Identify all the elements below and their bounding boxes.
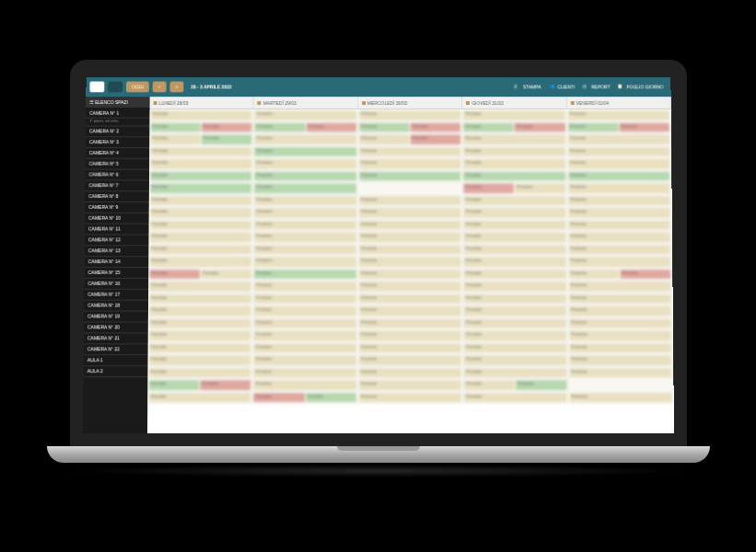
booking-block[interactable]: Prenotato (149, 270, 200, 279)
sidebar-item[interactable]: CAMERA N° 4 (85, 148, 148, 159)
booking-block[interactable]: Prenotato (148, 380, 199, 389)
booking-cell[interactable]: Prenotato (147, 329, 252, 340)
booking-block[interactable]: Prenotato (148, 306, 250, 316)
booking-cell[interactable]: Prenotato (462, 207, 567, 218)
booking-block[interactable]: Prenotato (514, 122, 564, 132)
booking-cell[interactable]: Prenotato (567, 207, 672, 218)
booking-cell[interactable]: Prenotato (357, 367, 462, 378)
booking-cell[interactable]: Prenotato (253, 195, 358, 206)
sidebar-item[interactable]: CAMERA N° 7 (85, 180, 149, 191)
booking-block[interactable]: Prenotato (568, 318, 670, 328)
booking-cell[interactable]: Prenotato (253, 244, 358, 255)
booking-block[interactable]: Prenotato (568, 282, 670, 291)
booking-cell[interactable]: Prenotato (357, 354, 462, 365)
booking-block[interactable]: Prenotato (463, 355, 565, 364)
booking-block[interactable]: Prenotato (567, 134, 669, 144)
booking-cell[interactable]: Prenotato (568, 392, 673, 403)
booking-block[interactable]: Prenotato (358, 343, 460, 352)
booking-cell[interactable]: Prenotato (252, 329, 357, 340)
booking-block[interactable]: Prenotato (567, 183, 669, 192)
booking-block[interactable]: Prenotato (254, 208, 356, 217)
booking-block[interactable]: Prenotato (463, 220, 565, 229)
booking-cell[interactable]: Prenotato (357, 269, 462, 280)
printer-button[interactable]: ⎙STAMPA (510, 83, 544, 90)
day-column-header[interactable]: GIOVEDÌ 31/03 (462, 97, 566, 109)
booking-block[interactable]: Prenotato (149, 183, 251, 192)
booking-block[interactable]: Prenotato (254, 122, 305, 132)
booking-block[interactable]: Prenotato (149, 282, 251, 291)
booking-cell[interactable]: Prenotato (149, 146, 253, 157)
booking-cell[interactable]: Prenotato (147, 317, 252, 328)
booking-block[interactable]: Prenotato (149, 293, 251, 303)
booking-cell[interactable]: Prenotato (358, 146, 462, 157)
booking-cell[interactable]: Prenotato (566, 109, 670, 121)
booking-cell[interactable]: Prenotato (567, 232, 672, 243)
booking-block[interactable]: Prenotato (150, 134, 201, 144)
booking-block[interactable]: Prenotato (463, 147, 564, 156)
booking-cell[interactable]: Prenotato (149, 158, 253, 169)
booking-block[interactable]: Prenotato (358, 196, 460, 205)
booking-cell[interactable]: Prenotato (462, 170, 567, 181)
booking-cell[interactable]: Prenotato (462, 354, 567, 365)
booking-cell[interactable]: Prenotato (357, 195, 462, 206)
booking-block[interactable]: Prenotato (463, 196, 565, 205)
booking-block[interactable]: Prenotato (463, 171, 565, 180)
booking-block[interactable]: Prenotato (568, 245, 670, 254)
sidebar-item[interactable]: CAMERA N° 12 (84, 235, 148, 246)
booking-block[interactable]: Prenotato (463, 293, 565, 303)
booking-cell[interactable]: Prenotato (462, 293, 567, 304)
booking-block[interactable]: Prenotato (148, 393, 250, 402)
booking-block[interactable]: Prenotato (359, 122, 410, 132)
booking-block[interactable]: Prenotato (148, 343, 250, 352)
sidebar-item[interactable]: CAMERA N° 11 (85, 224, 149, 235)
booking-block[interactable]: Prenotato (567, 122, 618, 132)
booking-cell[interactable] (357, 182, 462, 193)
booking-block[interactable]: Prenotato (254, 257, 356, 266)
booking-block[interactable]: Prenotato (253, 318, 355, 328)
booking-block[interactable]: Prenotato (254, 147, 355, 156)
booking-cell[interactable]: Prenotato (148, 182, 253, 193)
booking-cell[interactable]: Prenotato (568, 354, 673, 365)
booking-cell[interactable]: Prenotato (253, 158, 357, 169)
booking-cell[interactable]: Prenotato (568, 367, 673, 378)
booking-cell[interactable]: Prenotato (462, 329, 567, 340)
booking-block[interactable]: Prenotato (463, 208, 565, 217)
booking-cell[interactable]: Prenotato (567, 281, 672, 292)
booking-cell[interactable]: Prenotato (253, 207, 358, 218)
booking-block[interactable]: Prenotato (254, 282, 356, 291)
booking-block[interactable]: Prenotato (620, 270, 670, 279)
sidebar-item[interactable]: CAMERA N° 2 (86, 126, 149, 137)
booking-cell[interactable]: Prenotato (253, 219, 358, 230)
booking-cell[interactable]: Prenotato (253, 269, 358, 280)
booking-block[interactable] (358, 183, 460, 192)
booking-block[interactable]: Prenotato (148, 330, 250, 339)
booking-block[interactable]: Prenotato (358, 282, 460, 291)
sidebar-item[interactable]: CAMERA N° 6 (85, 169, 149, 180)
sidebar-item[interactable]: CAMERA N° 5 (85, 158, 149, 169)
sidebar-item[interactable]: CAMERA N° 17 (84, 289, 148, 300)
booking-cell[interactable]: Prenotato (462, 269, 567, 280)
booking-block[interactable]: Prenotato (568, 293, 670, 303)
booking-cell[interactable]: Prenotato (566, 170, 671, 181)
day-column-header[interactable]: MERCOLEDÌ 30/03 (358, 97, 462, 109)
booking-block[interactable]: Prenotato (358, 159, 459, 168)
booking-block[interactable]: Prenotato (149, 171, 251, 180)
booking-cell[interactable]: PrenotatoPrenotato (358, 133, 462, 144)
booking-block[interactable] (569, 380, 671, 389)
booking-cell[interactable]: PrenotatoPrenotato (462, 182, 567, 193)
booking-cell[interactable]: Prenotato (148, 281, 253, 292)
booking-cell[interactable]: Prenotato (567, 219, 672, 230)
booking-cell[interactable]: Prenotato (567, 305, 672, 316)
booking-block[interactable]: Prenotato (463, 110, 564, 120)
booking-block[interactable]: Prenotato (568, 330, 670, 339)
booking-cell[interactable]: Prenotato (357, 317, 462, 328)
booking-cell[interactable]: Prenotato (252, 293, 357, 304)
booking-block[interactable]: Prenotato (254, 220, 356, 229)
booking-cell[interactable]: PrenotatoPrenotato (463, 379, 568, 390)
booking-block[interactable]: Prenotato (463, 233, 565, 242)
booking-block[interactable]: Prenotato (253, 355, 355, 364)
booking-block[interactable]: Prenotato (149, 220, 251, 229)
booking-cell[interactable]: Prenotato (252, 367, 357, 378)
booking-block[interactable]: Prenotato (358, 257, 460, 266)
booking-cell[interactable]: Prenotato (462, 256, 567, 267)
